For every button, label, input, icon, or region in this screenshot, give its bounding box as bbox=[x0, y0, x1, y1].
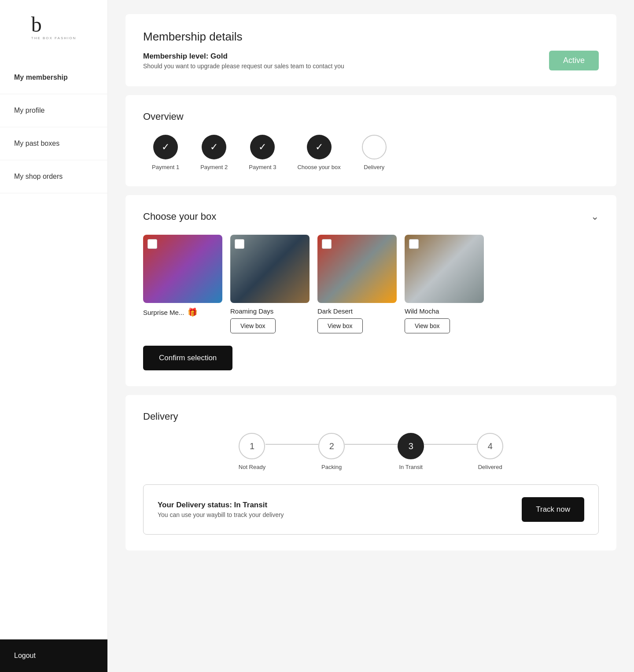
confirm-selection-button[interactable]: Confirm selection bbox=[143, 346, 232, 370]
delivery-line-3 bbox=[424, 444, 477, 445]
step-circle-payment-2: ✓ bbox=[202, 135, 226, 159]
step-circle-payment-3: ✓ bbox=[250, 135, 275, 159]
sidebar: b THE BOX FASHION My membership My profi… bbox=[0, 0, 108, 672]
step-payment-3: ✓ Payment 3 bbox=[249, 135, 276, 170]
delivery-label-in-transit: In Transit bbox=[399, 464, 422, 470]
delivery-label-delivered: Delivered bbox=[478, 464, 502, 470]
box-item-dark-desert: Dark Desert View box bbox=[317, 235, 397, 333]
box-checkbox-wild-mocha[interactable] bbox=[409, 239, 419, 249]
step-label-payment-2: Payment 2 bbox=[200, 164, 228, 170]
overview-title: Overview bbox=[143, 111, 599, 122]
delivery-step-number-2: 2 bbox=[329, 441, 334, 451]
chevron-down-icon[interactable]: ⌄ bbox=[591, 211, 599, 222]
delivery-circle-not-ready: 1 bbox=[239, 433, 265, 459]
view-box-button-roaming-days[interactable]: View box bbox=[230, 318, 276, 333]
delivery-circle-in-transit: 3 bbox=[398, 433, 424, 459]
delivery-label-packing: Packing bbox=[321, 464, 342, 470]
logo-letter: b bbox=[31, 14, 76, 35]
delivery-status-box: Your Delivery status: In Transit You can… bbox=[143, 484, 599, 535]
step-payment-2: ✓ Payment 2 bbox=[200, 135, 228, 170]
sidebar-item-my-shop-orders[interactable]: My shop orders bbox=[0, 160, 107, 193]
box-name-roaming-days: Roaming Days bbox=[230, 307, 273, 315]
delivery-step-number-1: 1 bbox=[250, 441, 254, 451]
step-label-delivery: Delivery bbox=[364, 164, 384, 170]
delivery-circle-packing: 2 bbox=[318, 433, 345, 459]
delivery-circle-delivered: 4 bbox=[477, 433, 503, 459]
choose-box-title: Choose your box bbox=[143, 211, 216, 222]
sidebar-nav: My membership My profile My past boxes M… bbox=[0, 61, 107, 639]
membership-page-title: Membership details bbox=[143, 30, 599, 44]
surprise-icon: 🎁 bbox=[188, 307, 197, 317]
step-label-payment-1: Payment 1 bbox=[152, 164, 179, 170]
choose-box-header: Choose your box ⌄ bbox=[143, 211, 599, 222]
sidebar-item-my-membership[interactable]: My membership bbox=[0, 61, 107, 94]
delivery-step-packing: 2 Packing bbox=[318, 433, 345, 470]
view-box-button-dark-desert[interactable]: View box bbox=[317, 318, 363, 333]
box-item-wild-mocha: Wild Mocha View box bbox=[405, 235, 484, 333]
delivery-steps: 1 Not Ready 2 Packing 3 In Transit bbox=[143, 433, 599, 470]
box-image-roaming-days bbox=[230, 235, 310, 303]
box-name-wild-mocha: Wild Mocha bbox=[405, 307, 439, 315]
membership-info: Membership level: Gold Should you want t… bbox=[143, 52, 344, 70]
delivery-step-number-3: 3 bbox=[409, 441, 413, 451]
step-label-payment-3: Payment 3 bbox=[249, 164, 276, 170]
box-name-row-roaming-days: Roaming Days bbox=[230, 307, 273, 315]
box-grid: Surprise Me... 🎁 Roaming Days View box bbox=[143, 235, 599, 333]
delivery-step-not-ready: 1 Not Ready bbox=[239, 433, 265, 470]
box-name-row-surprise-me: Surprise Me... 🎁 bbox=[143, 307, 197, 317]
main-content: Membership details Membership level: Gol… bbox=[108, 0, 634, 672]
membership-description: Should you want to upgrade please reques… bbox=[143, 63, 344, 70]
box-name-dark-desert: Dark Desert bbox=[317, 307, 353, 315]
delivery-step-delivered: 4 Delivered bbox=[477, 433, 503, 470]
delivery-label-not-ready: Not Ready bbox=[239, 464, 265, 470]
delivery-status-text: Your Delivery status: In Transit You can… bbox=[158, 501, 284, 518]
logout-button[interactable]: Logout bbox=[0, 639, 107, 672]
box-name-row-dark-desert: Dark Desert bbox=[317, 307, 353, 315]
delivery-card: Delivery 1 Not Ready 2 Packing 3 In T bbox=[125, 395, 616, 550]
membership-level: Membership level: Gold bbox=[143, 52, 344, 61]
step-circle-delivery bbox=[362, 135, 387, 159]
membership-card: Membership details Membership level: Gol… bbox=[125, 14, 616, 86]
box-item-surprise-me: Surprise Me... 🎁 bbox=[143, 235, 222, 333]
membership-header: Membership level: Gold Should you want t… bbox=[143, 51, 599, 70]
delivery-line-2 bbox=[345, 444, 398, 445]
view-box-button-wild-mocha[interactable]: View box bbox=[405, 318, 450, 333]
delivery-line-1 bbox=[265, 444, 318, 445]
delivery-status-title: Your Delivery status: In Transit bbox=[158, 501, 284, 510]
logo-brand: THE BOX FASHION bbox=[31, 36, 76, 40]
box-checkbox-surprise-me[interactable] bbox=[147, 239, 157, 249]
box-name-surprise-me: Surprise Me... bbox=[143, 309, 184, 316]
box-image-dark-desert bbox=[317, 235, 397, 303]
overview-card: Overview ✓ Payment 1 ✓ Payment 2 ✓ Payme… bbox=[125, 95, 616, 186]
delivery-step-in-transit: 3 In Transit bbox=[398, 433, 424, 470]
step-label-choose-box: Choose your box bbox=[297, 164, 340, 170]
box-image-surprise-me bbox=[143, 235, 222, 303]
sidebar-item-my-past-boxes[interactable]: My past boxes bbox=[0, 127, 107, 160]
delivery-step-number-4: 4 bbox=[488, 441, 493, 451]
step-delivery: Delivery bbox=[362, 135, 387, 170]
step-circle-payment-1: ✓ bbox=[153, 135, 178, 159]
box-item-roaming-days: Roaming Days View box bbox=[230, 235, 310, 333]
sidebar-item-my-profile[interactable]: My profile bbox=[0, 94, 107, 127]
box-checkbox-dark-desert[interactable] bbox=[322, 239, 332, 249]
box-image-wild-mocha bbox=[405, 235, 484, 303]
track-now-button[interactable]: Track now bbox=[522, 497, 584, 522]
delivery-status-subtitle: You can use your waybill to track your d… bbox=[158, 511, 284, 518]
step-choose-box: ✓ Choose your box bbox=[297, 135, 340, 170]
overview-steps: ✓ Payment 1 ✓ Payment 2 ✓ Payment 3 ✓ Ch… bbox=[143, 135, 599, 170]
choose-box-card: Choose your box ⌄ Surprise Me... 🎁 bbox=[125, 195, 616, 386]
active-status-badge: Active bbox=[549, 51, 599, 70]
box-name-row-wild-mocha: Wild Mocha bbox=[405, 307, 439, 315]
logo-container: b THE BOX FASHION bbox=[0, 0, 107, 54]
step-payment-1: ✓ Payment 1 bbox=[152, 135, 179, 170]
step-circle-choose-box: ✓ bbox=[307, 135, 332, 159]
box-checkbox-roaming-days[interactable] bbox=[235, 239, 244, 249]
delivery-title: Delivery bbox=[143, 411, 599, 422]
